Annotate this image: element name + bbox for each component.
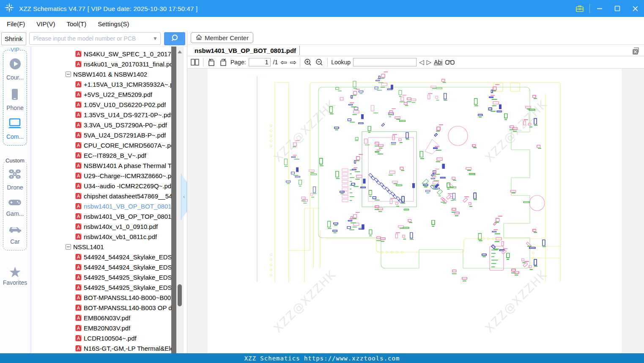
next-page-icon[interactable]: ⇨ [290,58,296,66]
previous-page-icon[interactable]: ⇦ [280,58,287,66]
tree-item[interactable]: 544924_544924_Skylake_EDS_Vo [32,262,171,272]
custom-group: Custom Drone [3,161,27,250]
sidebar-item-course[interactable]: Cour... [6,57,24,81]
tree-item[interactable]: EMB20N03V.pdf [32,323,171,333]
tree-group-row[interactable]: NSBW1401 & NSBW1402 [32,69,171,79]
tree-item[interactable]: chipshet datasheet547869__547 [32,191,171,201]
shrink-button[interactable]: Shrink [1,32,26,45]
search-icon [170,33,179,44]
tree-item[interactable]: 3.3VA_U5_DS7290A-P0~.pdf [32,120,171,130]
page-number-input[interactable] [249,58,271,66]
tab-document[interactable]: nsbw1401_VB_OP_BOT_0801.pdf [195,47,296,54]
tree-item[interactable]: EC--IT8928_B_V~.pdf [32,150,171,160]
scroll-up-arrow[interactable] [178,48,182,53]
tree-item[interactable]: 544925_544925_Skylake_EDS_Vo [32,282,171,292]
tree-item[interactable]: ns4ku01_va_20170311_final.pdf [32,59,171,69]
sidebar-item-game[interactable]: Gam... [6,198,24,217]
sidebar-item-phone[interactable]: Phone [6,88,23,111]
sidebar-item-computer[interactable]: Com... [6,118,24,140]
scrollbar-thumb[interactable] [178,284,182,306]
svg-text:XZZ@XZZHK: XZZ@XZZHK [482,268,550,335]
tree-group-row[interactable]: NSSL1401 [32,242,171,252]
tree-item[interactable]: NS4KU_SW_SPEC_1_0_20170317 [32,49,171,59]
titlebar-separator [589,4,590,13]
app-window: XZZ Schematics V4.77 [ VIP Due date: 202… [0,0,644,363]
menu-settings[interactable]: Settings(S) [98,20,129,28]
tree-item[interactable]: U29--Charge--ICMR3Z8660~.pc [32,170,171,181]
pdf-icon [75,152,82,159]
tree-item[interactable]: NSBW1401 A phase Thermal Te [32,160,171,170]
maximize-button[interactable] [608,0,626,17]
match-case-icon[interactable]: Abi [434,59,442,66]
tree-item[interactable]: CPU_CORE_ICMRD5607A~.pdf [32,140,171,150]
lookup-input[interactable] [353,58,417,66]
tree-item[interactable]: nsbw1401_VB_OP_BOT_0801.pd [32,201,171,211]
tree-item-label: U34--audio -ICMR2C269Q~.pdf [84,182,171,190]
pdf-icon [75,335,82,341]
tree-item[interactable]: EMB06N03V.pdf [32,313,171,323]
pdf-icon [75,304,82,311]
tree-item[interactable]: LCDR100504~.pdf [32,333,171,343]
custom-group-label: Custom [5,157,25,164]
pdf-icon [75,121,82,128]
minimize-button[interactable] [591,0,608,17]
tree-item[interactable]: nsbw140x_v1_0_0910.pdf [32,221,171,231]
tab-separator [299,46,300,55]
tree-item-label: +1.15VA_U13_ICMR35932A~.pd [84,81,171,88]
vip-group-label: -VIP- [8,47,22,53]
pdf-icon [75,182,82,189]
close-tab-icon[interactable] [631,47,640,57]
zoom-out-icon[interactable] [315,58,324,67]
rotate-right-icon[interactable] [219,58,228,67]
collapse-box-icon[interactable] [66,244,71,250]
whole-word-icon[interactable] [445,58,455,66]
tree-item[interactable]: nsbw1401_VB_OP_TOP_0801.pd [32,211,171,221]
briefcase-icon[interactable] [571,0,589,17]
search-input[interactable] [29,32,161,45]
pdf-icon [75,274,82,280]
find-next-icon[interactable]: ▷ [427,58,432,66]
tree-scrollbar[interactable] [171,47,176,353]
tree-item[interactable]: N16S-GT,-GM,-LP Thermal&Elec [32,343,171,353]
tree-item[interactable]: BOT-MPANSSL140-B003 OP dra [32,302,171,313]
tree-item-label: 3.3VA_U5_DS7290A-P0~.pdf [84,121,167,129]
pdf-icon [75,213,82,220]
menu-tool[interactable]: Tool(T) [67,20,87,28]
pdf-page[interactable]: XZZ@XZZHKXZZ@XZZHKXZZ@XZZHKXZZ@XZZHK [208,69,622,353]
tree-item[interactable]: U34--audio -ICMR2C269Q~.pdf [32,181,171,191]
pdf-icon [75,142,82,148]
two-page-view-icon[interactable] [190,58,200,66]
zoom-in-icon[interactable] [304,58,312,67]
tree-item-label: ns4ku01_va_20170311_final.pdf [84,60,171,68]
tree-item[interactable]: nsbw140x_vb1_0811c.pdf [32,231,171,242]
collapse-box-icon[interactable] [66,72,71,77]
sidebar-item-car[interactable]: Car [8,224,22,245]
pdf-icon [75,294,82,301]
tree-item[interactable]: 1.05V_U10_DS6220-P02.pdf [32,99,171,110]
tree-item[interactable]: +5VS_U22_EM5209.pdf [32,89,171,99]
home-icon [195,34,203,42]
pdf-icon [75,101,82,108]
pdf-icon [75,172,82,179]
sidebar-item-favorites[interactable]: ★ Favorites [3,266,27,286]
tree-item-label: 544924_544924_Skylake_EDS_Vo [84,253,171,261]
tree-item[interactable]: 544924_544924_Skylake_EDS_Vo [32,252,171,262]
tree-item-label: NSBW1401 & NSBW1402 [73,71,147,78]
sidebar-item-drone[interactable]: Drone [7,168,23,191]
menu-vip[interactable]: VIP(V) [36,20,55,28]
search-button[interactable] [164,32,185,45]
menu-file[interactable]: File(F) [7,20,25,28]
member-center-button[interactable]: Member Center [191,32,253,43]
close-button[interactable] [626,0,644,17]
tree-item[interactable]: +1.15VA_U13_ICMR35932A~.pd [32,79,171,89]
status-bar: XZZ Schematics https://www.xzztools.com [0,353,644,363]
tree-item[interactable]: 544925_544925_Skylake_EDS_Vo [32,272,171,282]
tree-item[interactable]: 1.35VS_U14_DS-9271-0P~.pdf [32,110,171,120]
rotate-left-icon[interactable] [207,58,216,67]
pdf-icon [75,284,82,291]
find-previous-icon[interactable]: ◁ [419,58,424,66]
tree-item-label: EC--IT8928_B_V~.pdf [84,152,146,159]
panel-collapse-handle[interactable]: ‹ [181,173,187,220]
tree-item[interactable]: 5VA_U24_DS7291AB-P~.pdf [32,130,171,140]
tree-item[interactable]: BOT-MPANSSL140-B000~B002 [32,292,171,302]
